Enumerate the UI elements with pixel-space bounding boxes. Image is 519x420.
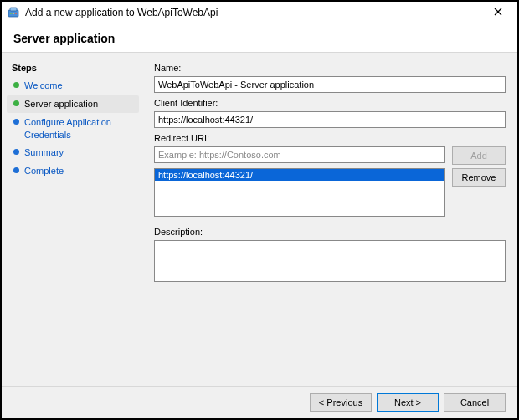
svg-rect-1 — [10, 8, 17, 11]
titlebar: Add a new application to WebApiToWebApi — [2, 2, 517, 23]
step-label: Server application — [24, 98, 98, 110]
remove-button[interactable]: Remove — [452, 168, 506, 187]
form-area: Name: Client Identifier: Redirect URI: A… — [144, 53, 517, 386]
description-label: Description: — [154, 227, 506, 237]
description-input[interactable] — [154, 240, 506, 282]
svg-point-3 — [13, 12, 14, 13]
step-bullet-icon — [13, 100, 19, 106]
step-label: Complete — [24, 165, 64, 177]
page-heading: Server application — [2, 23, 517, 53]
step-bullet-icon — [13, 119, 19, 125]
step-label: Summary — [24, 146, 64, 159]
redirect-uri-list[interactable]: https://localhost:44321/ — [154, 168, 445, 217]
step-bullet-icon — [13, 82, 19, 88]
step-label: Welcome — [24, 79, 63, 92]
previous-button[interactable]: < Previous — [310, 393, 372, 412]
sidebar-heading: Steps — [5, 61, 141, 76]
sidebar-step-1[interactable]: Server application — [7, 95, 139, 113]
add-button[interactable]: Add — [452, 146, 506, 165]
name-label: Name: — [154, 63, 506, 73]
step-bullet-icon — [13, 167, 19, 173]
svg-point-4 — [15, 12, 17, 13]
window-title: Add a new application to WebApiToWebApi — [25, 7, 486, 18]
cancel-button[interactable]: Cancel — [444, 393, 506, 412]
sidebar-step-4[interactable]: Complete — [7, 162, 139, 180]
client-id-label: Client Identifier: — [154, 98, 506, 108]
footer: < Previous Next > Cancel — [2, 386, 517, 418]
client-id-input[interactable] — [154, 111, 506, 128]
step-label: Configure Application Credentials — [24, 116, 132, 141]
svg-point-2 — [10, 12, 12, 13]
sidebar-step-3[interactable]: Summary — [7, 144, 139, 161]
name-input[interactable] — [154, 76, 506, 93]
next-button[interactable]: Next > — [377, 393, 439, 412]
close-icon — [494, 8, 502, 16]
redirect-uri-input[interactable] — [154, 146, 445, 163]
redirect-uri-item[interactable]: https://localhost:44321/ — [155, 169, 444, 181]
app-icon — [7, 6, 20, 19]
sidebar-step-0[interactable]: Welcome — [7, 77, 139, 95]
step-bullet-icon — [13, 149, 19, 155]
close-button[interactable] — [486, 6, 511, 18]
wizard-body: Steps WelcomeServer applicationConfigure… — [2, 53, 517, 386]
sidebar: Steps WelcomeServer applicationConfigure… — [2, 53, 144, 386]
sidebar-step-2[interactable]: Configure Application Credentials — [7, 114, 139, 144]
redirect-uri-label: Redirect URI: — [154, 133, 506, 143]
